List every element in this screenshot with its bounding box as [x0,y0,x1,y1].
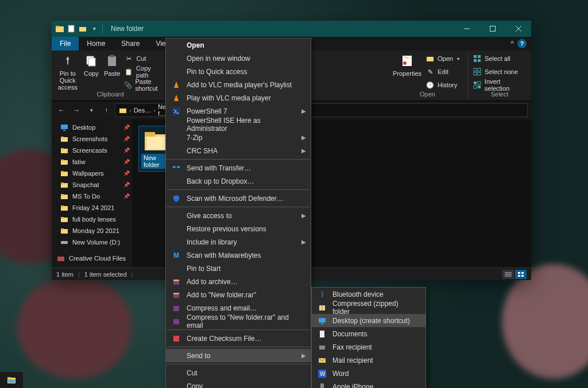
new-folder-quick-icon[interactable] [78,24,87,33]
cut-button[interactable]: ✂Cut [124,53,164,64]
menu-defender-scan[interactable]: Scan with Microsoft Defender… [166,192,311,205]
properties-quick-icon[interactable] [67,24,76,33]
svg-rect-45 [61,217,64,219]
menu-add-rar[interactable]: Add to "New folder.rar" [166,288,311,301]
qat-dropdown-icon[interactable]: ▾ [90,24,99,33]
menu-include-library[interactable]: Include in library▶ [166,235,311,249]
menu-pin-quick-access[interactable]: Pin to Quick access [166,65,311,78]
menu-cut[interactable]: Cut [166,366,311,379]
svg-rect-23 [474,82,477,84]
select-none-button[interactable]: Select none [473,66,527,77]
selection-count: 1 item selected [84,271,127,278]
taskbar-explorer-icon[interactable] [0,372,23,388]
sidebar-item[interactable]: New Volume (D:) [52,236,132,248]
menu-send-to[interactable]: Send to▶ [166,349,311,362]
menu-vlc-play[interactable]: Play with VLC media player [166,91,311,104]
menu-malwarebytes[interactable]: MScan with Malwarebytes [166,249,311,262]
sidebar-item[interactable]: Friday 24 2021 [52,202,132,214]
properties-button[interactable]: Properties [392,53,422,77]
minimize-button[interactable] [454,21,479,37]
menu-open-new-window[interactable]: Open in new window [166,52,311,65]
sendto-mail[interactable]: Mail recipient [312,354,425,367]
dropbox-icon [172,164,181,173]
icons-view-button[interactable] [515,270,527,279]
close-button[interactable] [505,21,531,37]
invert-selection-button[interactable]: Invert selection [473,79,527,91]
select-all-button[interactable]: Select all [473,53,527,64]
sidebar-item[interactable]: Wallpapers📌 [52,168,132,179]
svg-rect-67 [173,319,179,324]
folder-icon [60,134,69,143]
navigation-pane[interactable]: Desktop📌Screenshots📌Screencasts📌fatiw📌Wa… [52,119,132,267]
paste-button[interactable]: Paste [103,53,121,77]
menu-crc-sha[interactable]: CRC SHA▶ [166,144,311,157]
svg-rect-43 [61,205,64,207]
svg-rect-33 [61,148,64,150]
edit-button[interactable]: ✎Edit [425,66,459,77]
svg-rect-27 [119,108,126,113]
sidebar-item[interactable]: Desktop📌 [52,122,132,133]
menu-powershell-ise[interactable]: PowerShell ISE Here as Administrator [166,118,311,131]
sendto-desktop[interactable]: Desktop (create shortcut) [312,314,425,327]
menu-create-checksum[interactable]: Create Checksum File… [166,332,311,345]
tab-share[interactable]: Share [113,37,148,51]
folder-icon [60,226,69,235]
sidebar-item[interactable]: fatiw📌 [52,156,132,168]
menu-copy[interactable]: Copy [166,379,311,388]
paste-icon [104,53,120,69]
menu-backup-dropbox[interactable]: Back up to Dropbox… [166,174,311,188]
menu-pin-start[interactable]: Pin to Start [166,262,311,275]
menu-give-access[interactable]: Give access to▶ [166,209,311,222]
sidebar-item-creative-cloud[interactable]: Creative Cloud Files [52,253,132,264]
recent-dropdown-icon[interactable]: ▾ [85,104,98,117]
history-button[interactable]: 🕑History [425,79,459,91]
paste-shortcut-button[interactable]: 📎Paste shortcut [124,79,164,91]
svg-rect-58 [521,272,524,274]
collapse-ribbon-icon[interactable]: ^ [510,40,514,48]
menu-restore-versions[interactable]: Restore previous versions [166,222,311,235]
sendto-fax[interactable]: Fax recipient [312,340,425,354]
menu-send-transfer[interactable]: Send with Transfer… [166,161,311,174]
svg-rect-26 [474,86,477,88]
edit-icon: ✎ [425,67,435,76]
tab-home[interactable]: Home [79,37,113,51]
sendto-zip[interactable]: Compressed (zipped) folder [312,301,425,314]
sidebar-item[interactable]: Snapchat📌 [52,179,132,191]
svg-rect-59 [518,275,520,277]
sendto-documents[interactable]: Documents [312,327,425,340]
up-button[interactable]: ↑ [100,104,113,117]
folder-icon [56,254,65,263]
folder-icon [60,169,69,178]
menu-add-archive[interactable]: Add to archive… [166,275,311,288]
details-view-button[interactable] [502,270,514,279]
sidebar-item[interactable]: Monday 20 2021 [52,225,132,236]
sidebar-item[interactable]: MS To Do📌 [52,191,132,202]
sidebar-item[interactable]: Screencasts📌 [52,145,132,156]
svg-rect-68 [173,336,179,342]
pin-to-quick-access-button[interactable]: Pin to Quick access [56,53,79,91]
menu-vlc-add[interactable]: Add to VLC media player's Playlist [166,78,311,91]
svg-rect-60 [521,275,524,277]
open-button[interactable]: Open▾ [425,53,459,64]
maximize-button[interactable] [479,21,505,37]
menu-compress-rar-email[interactable]: Compress to "New folder.rar" and email [166,315,311,328]
menu-open[interactable]: Open [166,38,311,52]
folder-icon [60,215,69,224]
folder-icon [60,180,69,189]
powershell-icon [172,107,181,116]
winrar-icon [172,290,181,300]
tab-file[interactable]: File [52,37,79,51]
menu-7zip[interactable]: 7-Zip▶ [166,131,311,144]
sendto-iphone[interactable]: Apple iPhone [312,380,425,388]
breadcrumb[interactable]: › Des… › New f… [115,103,172,117]
sidebar-item[interactable]: Screenshots📌 [52,133,132,145]
sendto-word[interactable]: WWord [312,367,425,380]
document-icon [318,329,327,339]
sidebar-item[interactable]: full body lenses [52,214,132,225]
pin-icon: 📌 [123,182,130,188]
back-button[interactable]: ← [55,104,68,117]
copy-path-button[interactable]: 📋Copy path [124,66,164,77]
help-icon[interactable]: ? [517,39,527,48]
copy-button[interactable]: Copy [83,53,100,77]
forward-button[interactable]: → [70,104,83,117]
